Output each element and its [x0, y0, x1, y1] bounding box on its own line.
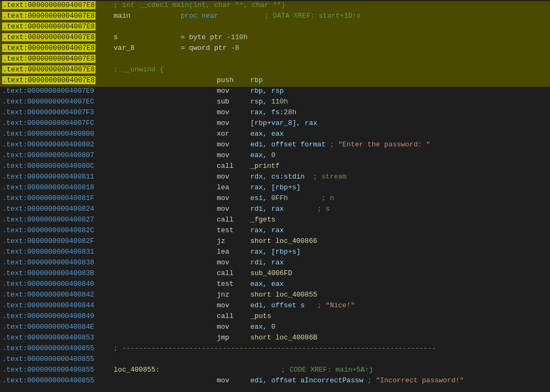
operand: rbp, rsp — [250, 87, 283, 95]
address: .text:0000000000400818 — [2, 183, 109, 191]
mnemonic: mov — [217, 87, 250, 95]
mnemonic: jz — [217, 237, 250, 245]
line-text: = byte ptr — [177, 33, 227, 41]
operand: sub_4006FD — [250, 269, 292, 277]
code-line: .text:0000000000400802 mov edi, offset f… — [0, 140, 550, 151]
address: .text:000000000040080C — [2, 162, 109, 170]
address: .text:0000000000400855 — [2, 376, 109, 384]
address: .text:0000000000400811 — [2, 173, 109, 181]
mnemonic: mov — [217, 173, 250, 181]
code-line: .text:00000000004007E8 main proc near ; … — [0, 12, 550, 23]
code-line: .text:00000000004007F3 mov rax, fs:28h — [0, 108, 550, 119]
mnemonic: mov — [217, 119, 250, 127]
line-comment: ; --------------------------------------… — [109, 344, 436, 352]
mnemonic: mov — [217, 151, 250, 159]
line-comment: ; n — [288, 194, 334, 202]
mnemonic: call — [217, 216, 250, 224]
code-line: .text:000000000040084E mov eax, 0 — [0, 323, 550, 334]
address: .text:0000000000400838 — [2, 258, 109, 267]
address: .text:0000000000400853 — [2, 334, 109, 342]
code-line: .text:000000000040082F jz short loc_4008… — [0, 237, 550, 248]
code-line: .text:00000000004007E8 push rbp — [0, 76, 550, 87]
address: .text:0000000000400824 — [2, 205, 109, 213]
code-line: .text:00000000004007E8 ; __unwind { — [0, 65, 550, 76]
code-line: .text:0000000000400855 — [0, 355, 550, 366]
address: .text:000000000040082F — [2, 237, 109, 245]
mnemonic: mov — [217, 258, 250, 267]
operand: rax, [rbp+s] — [250, 248, 300, 256]
code-line: .text:000000000040080C call _printf — [0, 162, 550, 173]
code-line: .text:00000000004007E8 ; int __cdecl mai… — [0, 1, 550, 12]
operand: rdi, rax — [250, 205, 317, 213]
mnemonic: mov — [217, 323, 250, 331]
mnemonic: lea — [217, 183, 250, 191]
code-line: .text:0000000000400842 jnz short loc_400… — [0, 291, 550, 301]
address: .text:00000000004007E8 — [2, 23, 109, 31]
address: .text:00000000004007E8 — [2, 12, 109, 20]
mnemonic: lea — [217, 248, 250, 256]
address: .text:0000000000400802 — [2, 140, 109, 149]
proc-keyword: proc near — [181, 12, 218, 20]
operand: [rbp+var_8], rax — [250, 119, 317, 127]
code-line: .text:000000000040083B call sub_4006FD — [0, 269, 550, 280]
operand: rbp — [250, 76, 262, 84]
address: .text:0000000000400831 — [2, 248, 109, 256]
address: .text:00000000004007E8 — [2, 65, 109, 73]
operand: _printf — [250, 162, 280, 170]
code-line: .text:0000000000400831 lea rax, [rbp+s] — [0, 248, 550, 258]
number-value: 0FFh — [271, 194, 288, 202]
operand: short loc_400866 — [250, 237, 317, 245]
operand: eax, eax — [250, 280, 283, 288]
operand: rax, fs: — [250, 108, 283, 116]
operand: rdi, rax — [250, 258, 283, 267]
operand: _puts — [250, 312, 271, 320]
address: .text:0000000000400855 — [2, 355, 109, 363]
address: .text:0000000000400842 — [2, 291, 109, 299]
code-line: .text:000000000040082C test rax, rax — [0, 226, 550, 237]
address: .text:0000000000400849 — [2, 312, 109, 320]
address: .text:00000000004007EC — [2, 98, 109, 106]
address: .text:00000000004007E8 — [2, 44, 109, 52]
code-line: .text:00000000004007E8 — [0, 23, 550, 33]
address: .text:0000000000400827 — [2, 216, 109, 224]
code-line: .text:0000000000400840 test eax, eax — [0, 280, 550, 291]
address: .text:00000000004007E9 — [2, 87, 109, 95]
mnemonic: mov — [217, 140, 250, 149]
code-line: .text:0000000000400818 lea rax, [rbp+s] — [0, 183, 550, 194]
address: .text:00000000004007E8 — [2, 76, 109, 84]
code-line: .text:000000000040081F mov esi, 0FFh ; n — [0, 194, 550, 205]
address: .text:0000000000400840 — [2, 280, 109, 288]
mnemonic: push — [217, 76, 250, 84]
mnemonic: call — [217, 162, 250, 170]
mnemonic: mov — [217, 205, 250, 213]
mnemonic: jmp — [217, 334, 250, 342]
mnemonic: mov — [217, 194, 250, 202]
code-line: .text:0000000000400824 mov rdi, rax ; s — [0, 205, 550, 216]
mnemonic: sub — [217, 98, 250, 106]
operand: esi, — [250, 194, 271, 202]
number-value: -110h — [226, 33, 247, 41]
address: .text:000000000040081F — [2, 194, 109, 202]
number-value: 28h — [284, 108, 296, 116]
mnemonic: xor — [217, 130, 250, 138]
mnemonic: call — [217, 312, 250, 320]
symbol-label: main — [109, 12, 181, 20]
location-label: loc_400855: — [109, 366, 281, 374]
code-line: .text:0000000000400800 xor eax, eax — [0, 130, 550, 140]
address: .text:0000000000400844 — [2, 301, 109, 309]
line-comment: ; "Nice!" — [317, 301, 355, 309]
line-comment: ; int __cdecl main(int, char **, char **… — [109, 1, 285, 9]
code-line: .text:0000000000400853 jmp short loc_400… — [0, 334, 550, 344]
operand: _fgets — [250, 216, 275, 224]
address: .text:00000000004007F3 — [2, 108, 109, 116]
line-text: = qword ptr — [177, 44, 231, 52]
address: .text:0000000000400807 — [2, 151, 109, 159]
operand: edi, offset format — [250, 140, 329, 149]
number-value: 110h — [271, 98, 288, 106]
operand: edi, offset aIncorrectPassw — [250, 376, 367, 384]
operand: rax, rax — [250, 226, 283, 234]
address: .text:0000000000400855 — [2, 366, 109, 374]
code-line: .text:0000000000400855 mov edi, offset a… — [0, 376, 550, 387]
number-value: 0 — [271, 323, 275, 331]
line-comment: ; CODE XREF: main+5A↑j — [281, 366, 373, 374]
